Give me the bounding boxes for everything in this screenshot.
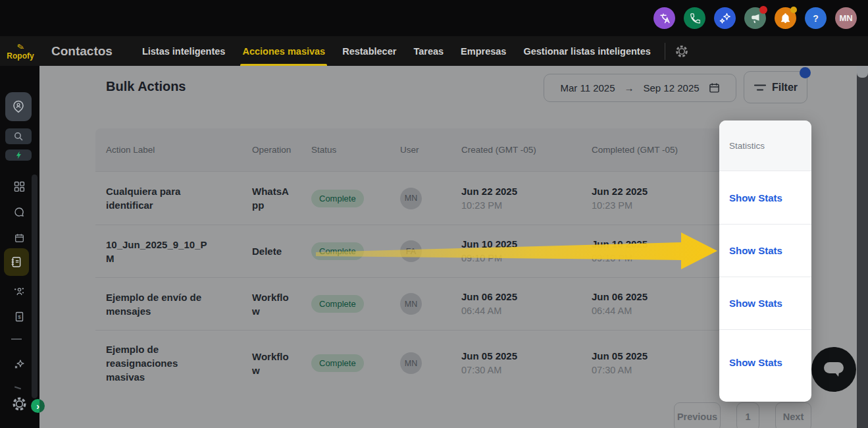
tab-gestionar-listas[interactable]: Gestionar listas inteligentes	[515, 36, 659, 66]
announcements-badge	[759, 6, 767, 14]
partial-icon	[14, 387, 21, 390]
statistics-header: Statistics	[719, 120, 811, 171]
bolt-icon[interactable]	[5, 149, 32, 161]
notifications-badge	[790, 7, 797, 13]
people-icon[interactable]	[9, 282, 29, 300]
nav-settings-icon[interactable]	[675, 44, 689, 59]
avatar-initials: MN	[839, 13, 852, 23]
sidebar-settings-icon[interactable]	[9, 394, 29, 414]
brand-name: Ropofy	[7, 52, 34, 60]
topbar: ? MN	[0, 0, 868, 36]
show-stats-link[interactable]: Show Stats	[729, 357, 782, 368]
invoice-icon[interactable]: $	[9, 308, 29, 325]
notifications-icon[interactable]	[775, 7, 796, 29]
sidebar: $ ›	[0, 66, 39, 428]
brand-logo[interactable]: ✎ Ropofy	[0, 43, 41, 60]
account-avatar[interactable]: MN	[835, 7, 857, 29]
tab-empresas[interactable]: Empresas	[452, 36, 515, 66]
sparkles-icon[interactable]	[714, 7, 736, 29]
brand-bird-icon: ✎	[16, 42, 24, 52]
contact-book-icon[interactable]	[4, 248, 29, 276]
svg-text:$: $	[18, 314, 21, 320]
calendar-icon[interactable]	[9, 229, 29, 246]
phone-icon[interactable]	[684, 7, 705, 29]
show-stats-link[interactable]: Show Stats	[729, 298, 782, 309]
page-title: Contactos	[51, 44, 113, 59]
announcements-icon[interactable]	[744, 7, 766, 29]
grid-icon[interactable]	[9, 178, 29, 195]
tab-listas-inteligentes[interactable]: Listas inteligentes	[134, 36, 234, 66]
chat-icon[interactable]	[9, 203, 29, 221]
navbar: ✎ Ropofy Contactos Listas inteligentes A…	[0, 36, 868, 66]
tab-restablecer[interactable]: Restablecer	[334, 36, 405, 66]
tab-acciones-masivas[interactable]: Acciones masivas	[234, 36, 334, 66]
search-icon[interactable]	[5, 128, 32, 144]
show-stats-link[interactable]: Show Stats	[729, 245, 782, 256]
nav-tabs: Listas inteligentes Acciones masivas Res…	[134, 36, 659, 66]
sparkle-icon[interactable]	[9, 356, 29, 373]
help-label: ?	[813, 13, 819, 24]
sidebar-divider	[11, 338, 22, 340]
translate-icon[interactable]	[653, 7, 675, 29]
help-icon[interactable]: ?	[805, 7, 827, 29]
tab-tareas[interactable]: Tareas	[405, 36, 452, 66]
statistics-spotlight-column: Statistics Show Stats Show Stats Show St…	[719, 120, 811, 402]
contact-pin-icon[interactable]	[5, 92, 32, 121]
nav-divider	[665, 43, 665, 60]
sidebar-scrollbar-thumb[interactable]	[32, 174, 38, 398]
vertical-scrollbar-thumb[interactable]	[857, 66, 868, 78]
show-stats-link[interactable]: Show Stats	[729, 192, 782, 203]
vertical-scrollbar[interactable]	[857, 66, 868, 428]
